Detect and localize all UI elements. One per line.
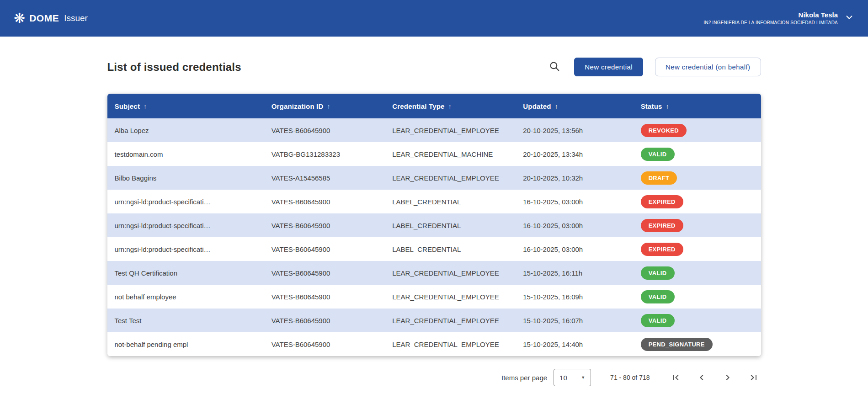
credentials-table-body: Alba Lopez VATES-B60645900 LEAR_CREDENTI… — [107, 118, 761, 356]
status-badge: VALID — [641, 290, 675, 303]
cell-updated: 16-10-2025, 03:00h — [516, 237, 633, 261]
cell-status: EXPIRED — [634, 213, 761, 237]
status-badge: DRAFT — [641, 171, 677, 185]
table-row[interactable]: not behalf employee VATES-B60645900 LEAR… — [107, 285, 761, 309]
cell-subject: Test Test — [107, 309, 264, 332]
cell-subject: not-behalf pending empl — [107, 332, 264, 356]
new-credential-on-behalf-button[interactable]: New credential (on behalf) — [655, 58, 761, 76]
cell-status: VALID — [634, 285, 761, 309]
chevron-down-icon[interactable] — [844, 12, 854, 24]
cell-organization-id: VATES-B60645900 — [264, 213, 385, 237]
status-badge: EXPIRED — [641, 219, 683, 232]
pager-buttons — [668, 370, 761, 385]
status-badge: VALID — [641, 266, 675, 280]
cell-organization-id: VATES-B60645900 — [264, 285, 385, 309]
column-header-credential-type[interactable]: Credential Type↑ — [385, 94, 516, 118]
status-badge: EXPIRED — [641, 243, 683, 256]
table-row[interactable]: urn:ngsi-ld:product-specificati… VATES-B… — [107, 213, 761, 237]
cell-updated: 20-10-2025, 13:56h — [516, 118, 633, 142]
brand-name: DOME — [29, 13, 59, 24]
table-row[interactable]: Test QH Certification VATES-B60645900 LE… — [107, 261, 761, 285]
new-credential-button[interactable]: New credential — [574, 58, 643, 76]
cell-subject: testdomain.com — [107, 142, 264, 166]
cell-subject: Alba Lopez — [107, 118, 264, 142]
brand: ❋ DOME Issuer — [14, 11, 88, 25]
table-row[interactable]: Test Test VATES-B60645900 LEAR_CREDENTIA… — [107, 309, 761, 332]
cell-status: VALID — [634, 261, 761, 285]
table-row[interactable]: urn:ngsi-ld:product-specificati… VATES-B… — [107, 190, 761, 213]
title-actions: New credential New credential (on behalf… — [547, 58, 761, 76]
cell-organization-id: VATES-B60645900 — [264, 118, 385, 142]
brand-subname: Issuer — [64, 13, 88, 23]
cell-organization-id: VATES-B60645900 — [264, 237, 385, 261]
table-row[interactable]: testdomain.com VATBG-BG131283323 LEAR_CR… — [107, 142, 761, 166]
cell-credential-type: LEAR_CREDENTIAL_EMPLOYEE — [385, 332, 516, 356]
cell-status: EXPIRED — [634, 190, 761, 213]
user-name: Nikola Tesla — [703, 11, 838, 20]
cell-credential-type: LEAR_CREDENTIAL_EMPLOYEE — [385, 261, 516, 285]
user-menu[interactable]: Nikola Tesla IN2 INGENIERIA DE LA INFORM… — [703, 11, 854, 26]
page-size-select[interactable]: 10 ▼ — [554, 369, 591, 386]
cell-status: DRAFT — [634, 166, 761, 190]
cell-subject: urn:ngsi-ld:product-specificati… — [107, 237, 264, 261]
table-row[interactable]: urn:ngsi-ld:product-specificati… VATES-B… — [107, 237, 761, 261]
next-page-button[interactable] — [720, 370, 735, 385]
previous-page-button[interactable] — [694, 370, 709, 385]
cell-updated: 16-10-2025, 03:00h — [516, 213, 633, 237]
cell-credential-type: LEAR_CREDENTIAL_MACHINE — [385, 142, 516, 166]
first-page-icon — [670, 372, 681, 383]
sort-arrow-icon[interactable]: ↑ — [448, 103, 452, 110]
cell-organization-id: VATES-A15456585 — [264, 166, 385, 190]
cell-credential-type: LEAR_CREDENTIAL_EMPLOYEE — [385, 309, 516, 332]
cell-updated: 20-10-2025, 10:32h — [516, 166, 633, 190]
last-page-button[interactable] — [746, 370, 761, 385]
cell-status: EXPIRED — [634, 237, 761, 261]
top-navbar: ❋ DOME Issuer Nikola Tesla IN2 INGENIERI… — [0, 0, 868, 37]
cell-updated: 15-10-2025, 14:40h — [516, 332, 633, 356]
cell-updated: 16-10-2025, 03:00h — [516, 190, 633, 213]
last-page-icon — [748, 372, 759, 383]
cell-status: PEND_SIGNATURE — [634, 332, 761, 356]
user-organization: IN2 INGENIERIA DE LA INFORMACION SOCIEDA… — [703, 20, 838, 26]
cell-subject: Test QH Certification — [107, 261, 264, 285]
cell-subject: not behalf employee — [107, 285, 264, 309]
table-row[interactable]: not-behalf pending empl VATES-B60645900 … — [107, 332, 761, 356]
column-header-updated[interactable]: Updated↑ — [516, 94, 633, 118]
cell-subject: urn:ngsi-ld:product-specificati… — [107, 190, 264, 213]
column-header-organization-id[interactable]: Organization ID↑ — [264, 94, 385, 118]
cell-updated: 20-10-2025, 13:34h — [516, 142, 633, 166]
status-badge: PEND_SIGNATURE — [641, 338, 713, 351]
table-header-row: Subject↑ Organization ID↑ Credential Typ… — [107, 94, 761, 118]
table-row[interactable]: Alba Lopez VATES-B60645900 LEAR_CREDENTI… — [107, 118, 761, 142]
status-badge: REVOKED — [641, 124, 687, 137]
paginator: Items per page 10 ▼ 71 - 80 of 718 — [107, 369, 761, 399]
search-button[interactable] — [547, 59, 562, 75]
credentials-table-container: Subject↑ Organization ID↑ Credential Typ… — [107, 94, 761, 356]
items-per-page-label: Items per page — [501, 374, 547, 382]
cell-credential-type: LEAR_CREDENTIAL_EMPLOYEE — [385, 285, 516, 309]
cell-status: VALID — [634, 309, 761, 332]
sort-arrow-icon[interactable]: ↑ — [327, 103, 330, 110]
cell-credential-type: LABEL_CREDENTIAL — [385, 237, 516, 261]
status-badge: VALID — [641, 148, 675, 161]
credentials-table: Subject↑ Organization ID↑ Credential Typ… — [107, 94, 761, 356]
cell-status: REVOKED — [634, 118, 761, 142]
cell-updated: 15-10-2025, 16:11h — [516, 261, 633, 285]
sort-arrow-icon[interactable]: ↑ — [144, 103, 147, 110]
sort-arrow-icon[interactable]: ↑ — [666, 103, 669, 110]
dome-logo-icon: ❋ — [14, 11, 25, 25]
sort-arrow-icon[interactable]: ↑ — [555, 103, 558, 110]
user-info: Nikola Tesla IN2 INGENIERIA DE LA INFORM… — [703, 11, 838, 26]
table-row[interactable]: Bilbo Baggins VATES-A15456585 LEAR_CREDE… — [107, 166, 761, 190]
column-header-subject[interactable]: Subject↑ — [107, 94, 264, 118]
first-page-button[interactable] — [668, 370, 683, 385]
chevron-left-icon — [696, 372, 707, 383]
status-badge: EXPIRED — [641, 195, 683, 208]
title-row: List of issued credentials New credentia… — [107, 58, 761, 76]
cell-organization-id: VATES-B60645900 — [264, 261, 385, 285]
cell-organization-id: VATES-B60645900 — [264, 309, 385, 332]
chevron-right-icon — [722, 372, 733, 383]
cell-credential-type: LEAR_CREDENTIAL_EMPLOYEE — [385, 118, 516, 142]
column-header-status[interactable]: Status↑ — [634, 94, 761, 118]
select-caret-icon: ▼ — [581, 375, 585, 380]
